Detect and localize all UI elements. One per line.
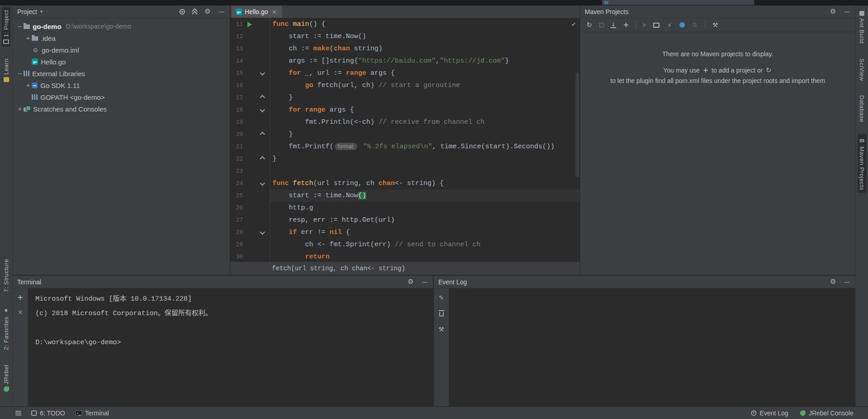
- gear-icon[interactable]: ⚙: [407, 278, 414, 286]
- editor-tab[interactable]: Hello.go×: [232, 6, 282, 18]
- trash-icon[interactable]: [439, 312, 444, 317]
- hide-icon[interactable]: —: [844, 278, 851, 286]
- target-icon[interactable]: [179, 9, 185, 15]
- expand-expander-icon[interactable]: +: [16, 105, 24, 112]
- code-line[interactable]: 28 if err != nil {: [230, 226, 580, 239]
- fold-icon[interactable]: [260, 229, 265, 234]
- fold-icon[interactable]: [260, 180, 265, 185]
- foldend-icon[interactable]: [260, 95, 265, 100]
- code-token: [272, 253, 305, 261]
- code-line[interactable]: 11func main() {: [230, 18, 580, 30]
- line-number: 12: [230, 30, 244, 43]
- tree-node[interactable]: +.idea: [13, 32, 230, 44]
- maven-panel-header: Maven Projects ⚙—: [580, 5, 855, 18]
- collapse-expander-icon[interactable]: −: [16, 23, 24, 30]
- code-line[interactable]: 24func fetch(url string, ch chan<- strin…: [230, 177, 580, 190]
- breadcrumb-text[interactable]: fetch(url string, ch chan<- string): [272, 265, 405, 272]
- wrench-icon[interactable]: ⚒: [438, 326, 445, 333]
- code-line[interactable]: 21 fmt.Printf(format: "%.2fs elapsed\n",…: [230, 141, 580, 153]
- plus-icon[interactable]: +: [702, 67, 709, 74]
- editor-area: Hello.go× 11func main() {12 start := tim…: [230, 5, 580, 275]
- mark-read-icon[interactable]: ✎: [438, 294, 445, 301]
- tree-node[interactable]: Hello.go: [13, 56, 230, 68]
- fold-icon[interactable]: [260, 70, 265, 75]
- status-item-event-log[interactable]: Event Log: [751, 409, 788, 417]
- tree-node[interactable]: −go-demoD:\workspace\go-demo: [13, 20, 230, 32]
- lightning-icon[interactable]: ⚡: [666, 21, 673, 29]
- code-line[interactable]: 15 for _, url := range args {: [230, 67, 580, 79]
- code-line[interactable]: 12 start := time.Now(): [230, 30, 580, 43]
- wrench-icon[interactable]: ⚒: [712, 21, 719, 29]
- run-config-combo-sliver[interactable]: [602, 0, 754, 5]
- tree-node[interactable]: +Scratches and Consoles: [13, 103, 230, 115]
- tree-node[interactable]: GOPATH <go-demo>: [13, 91, 230, 103]
- expand-expander-icon[interactable]: +: [24, 34, 32, 42]
- status-item-jrebel-console[interactable]: JRebel Console: [800, 409, 853, 417]
- code-line[interactable]: 14 args := []string{"https://baidu.com",…: [230, 55, 580, 67]
- tool-button-maven-projects[interactable]: mMaven Projects: [858, 134, 867, 193]
- gear-icon[interactable]: ⚙: [829, 8, 837, 15]
- tree-node[interactable]: +Go SDK 1.11: [13, 79, 230, 91]
- plus-icon[interactable]: +: [622, 21, 630, 29]
- foldend-icon[interactable]: [260, 132, 265, 136]
- code-line[interactable]: 19 fmt.Println(<-ch) // receive from cha…: [230, 116, 580, 128]
- status-item-6-todo[interactable]: 6: TODO: [31, 409, 65, 417]
- plus-icon[interactable]: +: [17, 294, 24, 301]
- code-line[interactable]: 20 }: [230, 128, 580, 141]
- tool-button-database[interactable]: Database: [858, 93, 866, 125]
- monitor-icon[interactable]: [653, 23, 659, 28]
- refresh-icon[interactable]: ↻: [586, 21, 593, 29]
- code-text: return: [270, 251, 580, 262]
- run-disabled-icon[interactable]: [643, 23, 647, 27]
- updown-icon[interactable]: ⇅: [691, 21, 698, 29]
- code-line[interactable]: 17 }: [230, 92, 580, 104]
- tool-button-jrebel[interactable]: JRebel: [2, 362, 10, 395]
- code-line[interactable]: 29 ch <- fmt.Sprint(err) // send to chan…: [230, 239, 580, 251]
- schema-icon[interactable]: [599, 23, 604, 28]
- code-editor[interactable]: 11func main() {12 start := time.Now()13 …: [230, 18, 580, 262]
- code-token: args := []string{: [272, 57, 358, 65]
- code-line[interactable]: 23: [230, 165, 580, 177]
- tool-button-sciview[interactable]: SciView: [858, 56, 866, 84]
- gutter-cell: [244, 239, 270, 251]
- tool-button-project[interactable]: 1: Project: [2, 7, 10, 47]
- gear-icon[interactable]: ⚙: [204, 8, 211, 15]
- tree-node[interactable]: −External Libraries: [13, 68, 230, 79]
- refresh-icon[interactable]: ↻: [765, 67, 772, 74]
- close-icon[interactable]: ×: [271, 8, 278, 15]
- hide-icon[interactable]: —: [421, 278, 428, 286]
- scrollbar-thumb[interactable]: [576, 73, 579, 177]
- status-item-grid[interactable]: [15, 411, 21, 415]
- tool-button-learn[interactable]: Learn: [2, 56, 10, 85]
- code-line[interactable]: 26 http.g: [230, 202, 580, 214]
- code-line[interactable]: 25 start := time.Now(): [230, 190, 580, 202]
- foldend-icon[interactable]: [260, 156, 265, 161]
- code-line[interactable]: 27 resp, err := http.Get(url): [230, 214, 580, 226]
- code-line[interactable]: 18 for range args {: [230, 104, 580, 116]
- terminal-output[interactable]: Microsoft Windows [版本 10.0.17134.228](c)…: [28, 288, 219, 406]
- profiles-icon[interactable]: [679, 22, 685, 28]
- collapse-expander-icon[interactable]: −: [16, 70, 24, 77]
- gear-icon[interactable]: ⚙: [829, 278, 837, 286]
- gutter-cell: [244, 30, 270, 43]
- tree-node[interactable]: ⚙go-demo.iml: [13, 44, 230, 56]
- collapse-all-icon[interactable]: [192, 9, 197, 15]
- tool-button-structure[interactable]: 7: Structure: [2, 256, 10, 295]
- hide-icon[interactable]: —: [218, 8, 225, 15]
- hide-icon[interactable]: —: [844, 8, 851, 15]
- line-number: 22: [230, 153, 244, 165]
- code-line[interactable]: 16 go fetch(url, ch) // start a goroutin…: [230, 79, 580, 92]
- status-item-terminal[interactable]: Terminal: [75, 409, 109, 417]
- run-icon[interactable]: [247, 22, 252, 27]
- editor-scrollbar[interactable]: [575, 18, 580, 262]
- download-icon[interactable]: ↓: [611, 22, 616, 28]
- expand-expander-icon[interactable]: +: [24, 82, 32, 89]
- code-line[interactable]: 13 ch := make(chan string): [230, 43, 580, 55]
- code-line[interactable]: 30 return: [230, 251, 580, 262]
- tool-button-favorites[interactable]: ★2: Favorites: [2, 304, 11, 353]
- close-icon[interactable]: ×: [17, 308, 24, 316]
- code-line[interactable]: 22}: [230, 153, 580, 165]
- tool-button-ant-build[interactable]: Ant Build: [858, 8, 866, 47]
- fold-icon[interactable]: [260, 107, 265, 112]
- chevron-down-icon[interactable]: ▾: [39, 8, 44, 15]
